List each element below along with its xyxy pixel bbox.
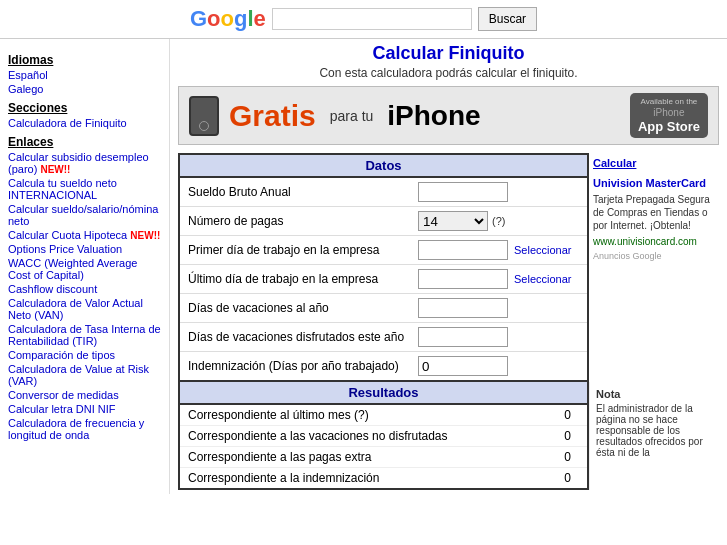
iphone-banner[interactable]: Gratis para tu iPhone Available on the i… bbox=[178, 86, 719, 145]
datos-header: Datos bbox=[180, 155, 587, 178]
content-area: Calcular Finiquito Con esta calculadora … bbox=[170, 39, 727, 494]
result-label-ultimo-mes: Correspondiente al último mes (?) bbox=[188, 408, 564, 422]
label-vac-anio: Días de vacaciones al año bbox=[188, 301, 418, 315]
datos-form-area: Datos Sueldo Bruto Anual Número de pagas… bbox=[178, 153, 589, 382]
sidebar-item-hipoteca[interactable]: Calcular Cuota Hipoteca NEW!! bbox=[8, 229, 161, 241]
select-pagas[interactable]: 12 13 14 bbox=[418, 211, 488, 231]
form-row-vac-disfrutados: Días de vacaciones disfrutados este año bbox=[180, 323, 587, 352]
nota-column: Nota El administrador de la página no se… bbox=[589, 382, 719, 490]
new-badge-hipoteca: NEW!! bbox=[130, 230, 160, 241]
banner-iphone-text: iPhone bbox=[387, 100, 480, 132]
sidebar-item-var[interactable]: Calculadora de Value at Risk (VAR) bbox=[8, 363, 161, 387]
sidebar-item-subsidio[interactable]: Calcular subsidio desempleo (paro) NEW!! bbox=[8, 151, 161, 175]
sidebar-idiomas-title: Idiomas bbox=[8, 53, 161, 67]
result-value-ultimo-mes: 0 bbox=[564, 408, 571, 422]
resultados-header: Resultados bbox=[180, 382, 587, 405]
sidebar-item-galego[interactable]: Galego bbox=[8, 83, 161, 95]
input-primer-dia[interactable] bbox=[418, 240, 508, 260]
sidebar-item-cashflow[interactable]: Cashflow discount bbox=[8, 283, 161, 295]
sidebar-item-van[interactable]: Calculadora de Valor Actual Neto (VAN) bbox=[8, 297, 161, 321]
ad-column: Calcular Univision MasterCard Tarjeta Pr… bbox=[589, 153, 719, 382]
label-primer-dia: Primer día de trabajo en la empresa bbox=[188, 243, 418, 257]
main-layout: Idiomas Español Galego Secciones Calcula… bbox=[0, 39, 727, 494]
label-ultimo-dia: Último día de trabajo en la empresa bbox=[188, 272, 418, 286]
result-row-indem: Correspondiente a la indemnización 0 bbox=[180, 468, 587, 488]
sidebar-item-frecuencia[interactable]: Calculadora de frecuencia y longitud de … bbox=[8, 417, 161, 441]
calcular-button[interactable]: Calcular bbox=[593, 157, 715, 169]
sidebar-item-options[interactable]: Options Price Valuation bbox=[8, 243, 161, 255]
google-bar: Google Buscar bbox=[0, 0, 727, 39]
search-input[interactable] bbox=[272, 8, 472, 30]
app-store-label: App Store bbox=[638, 119, 700, 134]
result-label-indem: Correspondiente a la indemnización bbox=[188, 471, 564, 485]
nota-body: El administrador de la página no se hace… bbox=[596, 403, 713, 458]
ad-body: Tarjeta Prepagada Segura de Compras en T… bbox=[593, 193, 715, 232]
datos-section: Datos Sueldo Bruto Anual Número de pagas… bbox=[178, 153, 589, 382]
sidebar-item-dni[interactable]: Calcular letra DNI NIF bbox=[8, 403, 161, 415]
on-iphone-text: iPhone bbox=[653, 107, 684, 118]
input-vac-anio[interactable] bbox=[418, 298, 508, 318]
search-button[interactable]: Buscar bbox=[478, 7, 537, 31]
sidebar-item-tir[interactable]: Calculadora de Tasa Interna de Rentabili… bbox=[8, 323, 161, 347]
resultados-section: Resultados Correspondiente al último mes… bbox=[178, 382, 589, 490]
seleccionar-ultimo-dia[interactable]: Seleccionar bbox=[514, 273, 571, 285]
input-vac-disfrutados[interactable] bbox=[418, 327, 508, 347]
result-value-indem: 0 bbox=[564, 471, 571, 485]
form-row-sueldo: Sueldo Bruto Anual bbox=[180, 178, 587, 207]
google-logo: Google bbox=[190, 6, 266, 32]
result-row-ultimo-mes: Correspondiente al último mes (?) 0 bbox=[180, 405, 587, 426]
form-row-pagas: Número de pagas 12 13 14 (?) bbox=[180, 207, 587, 236]
banner-para-tu-text: para tu bbox=[330, 108, 374, 124]
sidebar-enlaces-title: Enlaces bbox=[8, 135, 161, 149]
available-on-text: Available on the bbox=[641, 97, 698, 106]
form-row-vac-anio: Días de vacaciones al año bbox=[180, 294, 587, 323]
sidebar-item-calc-finiquito[interactable]: Calculadora de Finiquito bbox=[8, 117, 161, 129]
banner-gratis-text: Gratis bbox=[229, 99, 316, 133]
sidebar: Idiomas Español Galego Secciones Calcula… bbox=[0, 39, 170, 494]
results-nota-area: Resultados Correspondiente al último mes… bbox=[178, 382, 719, 490]
input-sueldo[interactable] bbox=[418, 182, 508, 202]
result-row-pagas: Correspondiente a las pagas extra 0 bbox=[180, 447, 587, 468]
form-row-indem: Indemnización (Días por año trabajado) bbox=[180, 352, 587, 380]
page-subtitle: Con esta calculadora podrás calcular el … bbox=[178, 66, 719, 80]
input-ultimo-dia[interactable] bbox=[418, 269, 508, 289]
seleccionar-primer-dia[interactable]: Seleccionar bbox=[514, 244, 571, 256]
result-value-pagas: 0 bbox=[564, 450, 571, 464]
sidebar-item-wacc[interactable]: WACC (Weighted Average Cost of Capital) bbox=[8, 257, 161, 281]
sidebar-item-medidas[interactable]: Conversor de medidas bbox=[8, 389, 161, 401]
input-indem[interactable] bbox=[418, 356, 508, 376]
sidebar-secciones-title: Secciones bbox=[8, 101, 161, 115]
result-row-vacaciones: Correspondiente a las vacaciones no disf… bbox=[180, 426, 587, 447]
ad-title[interactable]: Univision MasterCard bbox=[593, 177, 715, 189]
result-label-vacaciones: Correspondiente a las vacaciones no disf… bbox=[188, 429, 564, 443]
results-left: Resultados Correspondiente al último mes… bbox=[178, 382, 589, 490]
result-label-pagas: Correspondiente a las pagas extra bbox=[188, 450, 564, 464]
ads-by-google: Anuncios Google bbox=[593, 251, 715, 261]
page-title: Calcular Finiquito bbox=[178, 43, 719, 64]
new-badge-subsidio: NEW!! bbox=[40, 164, 70, 175]
datos-ad-container: Datos Sueldo Bruto Anual Número de pagas… bbox=[178, 153, 719, 382]
result-value-vacaciones: 0 bbox=[564, 429, 571, 443]
label-sueldo: Sueldo Bruto Anual bbox=[188, 185, 418, 199]
appstore-badge[interactable]: Available on the iPhone App Store bbox=[630, 93, 708, 138]
form-row-ultimo-dia: Último día de trabajo en la empresa Sele… bbox=[180, 265, 587, 294]
iphone-icon bbox=[189, 96, 219, 136]
label-vac-disfrutados: Días de vacaciones disfrutados este año bbox=[188, 330, 418, 344]
nota-title: Nota bbox=[596, 388, 713, 400]
sidebar-item-espanol[interactable]: Español bbox=[8, 69, 161, 81]
sidebar-item-sueldo-neto[interactable]: Calcula tu sueldo neto INTERNACIONAL bbox=[8, 177, 161, 201]
help-pagas: (?) bbox=[492, 215, 505, 227]
ad-link[interactable]: www.univisioncard.com bbox=[593, 236, 715, 247]
sidebar-item-nomina[interactable]: Calcular sueldo/salario/nómina neto bbox=[8, 203, 161, 227]
form-row-primer-dia: Primer día de trabajo en la empresa Sele… bbox=[180, 236, 587, 265]
label-indem: Indemnización (Días por año trabajado) bbox=[188, 359, 418, 373]
label-pagas: Número de pagas bbox=[188, 214, 418, 228]
sidebar-item-tipos[interactable]: Comparación de tipos bbox=[8, 349, 161, 361]
